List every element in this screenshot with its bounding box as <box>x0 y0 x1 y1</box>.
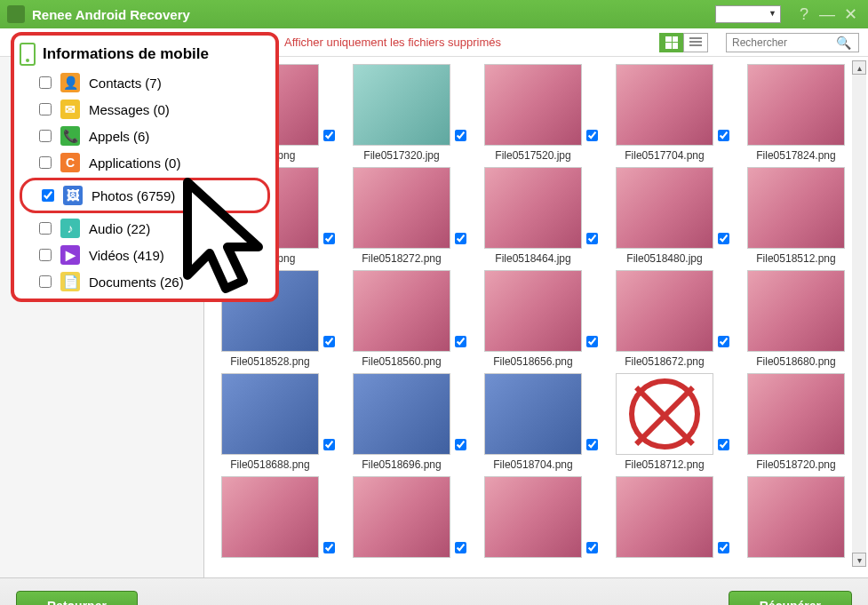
thumbnail-filename: File0518528.png <box>230 355 309 368</box>
thumbnail-cell[interactable]: File0518688.png <box>208 373 332 471</box>
audio-checkbox[interactable] <box>39 222 52 235</box>
apps-checkbox[interactable] <box>39 156 52 169</box>
thumbnail-checkbox[interactable] <box>323 336 335 347</box>
app-logo-icon <box>7 5 25 23</box>
thumbnail-checkbox[interactable] <box>586 130 598 141</box>
thumbnail-checkbox[interactable] <box>455 336 466 347</box>
sidebar-item-apps[interactable]: C Applications (0) <box>14 149 275 176</box>
thumbnail-checkbox[interactable] <box>718 542 729 553</box>
thumbnail-cell[interactable]: File0518704.png <box>471 373 595 471</box>
help-button[interactable]: ? <box>793 4 815 25</box>
thumbnail-cell[interactable]: File0518680.png <box>734 270 858 368</box>
thumbnail-cell[interactable]: File0517520.jpg <box>471 64 595 162</box>
thumbnail-image[interactable] <box>353 64 450 146</box>
thumbnail-checkbox[interactable] <box>718 130 729 141</box>
thumbnail-image[interactable] <box>616 64 713 146</box>
thumbnail-checkbox[interactable] <box>323 542 335 553</box>
thumbnail-cell[interactable]: File0518512.png <box>734 167 858 265</box>
thumbnail-image[interactable] <box>221 373 319 455</box>
thumbnail-image[interactable] <box>616 373 713 455</box>
thumbnail-checkbox[interactable] <box>718 336 729 347</box>
scroll-down-button[interactable]: ▾ <box>852 553 866 567</box>
thumbnail-cell[interactable]: File0517704.png <box>602 64 727 162</box>
thumbnail-image[interactable] <box>353 373 450 455</box>
language-select[interactable]: Français <box>715 5 781 23</box>
recover-button[interactable]: Récupérer <box>729 591 852 606</box>
phone-icon <box>20 43 36 66</box>
thumbnail-checkbox[interactable] <box>455 130 466 141</box>
thumbnail-image[interactable] <box>747 167 845 249</box>
thumbnail-image[interactable] <box>221 476 319 558</box>
thumbnail-cell[interactable]: File0518672.png <box>602 270 727 368</box>
photos-checkbox[interactable] <box>42 189 54 202</box>
thumbnail-cell[interactable]: File0517824.png <box>734 64 858 162</box>
thumbnail-image[interactable] <box>747 476 845 558</box>
thumbnail-checkbox[interactable] <box>718 233 729 244</box>
thumbnail-cell[interactable]: File0518272.png <box>339 167 464 265</box>
thumbnail-cell[interactable]: File0518656.png <box>471 270 595 368</box>
thumbnail-image[interactable] <box>616 167 713 249</box>
vertical-scrollbar[interactable]: ▴ ▾ <box>852 60 866 567</box>
thumbnail-cell[interactable]: File0518480.jpg <box>602 167 727 265</box>
thumbnail-image[interactable] <box>353 270 450 352</box>
thumbnail-checkbox[interactable] <box>455 542 466 553</box>
thumbnail-cell[interactable]: File0518720.png <box>734 373 858 471</box>
messages-checkbox[interactable] <box>39 103 52 115</box>
search-box[interactable]: 🔍 <box>726 33 859 52</box>
thumbnail-image[interactable] <box>616 270 713 352</box>
sidebar-item-label: Applications (0) <box>89 155 180 171</box>
thumbnail-filename: File0518656.png <box>493 355 572 368</box>
thumbnail-image[interactable] <box>353 167 450 249</box>
thumbnail-checkbox[interactable] <box>455 439 466 450</box>
close-button[interactable]: ✕ <box>840 4 861 25</box>
thumbnail-image[interactable] <box>484 476 582 558</box>
calls-checkbox[interactable] <box>39 130 52 142</box>
thumbnail-cell[interactable] <box>734 476 858 561</box>
thumbnail-checkbox[interactable] <box>586 439 598 450</box>
thumbnail-image[interactable] <box>484 373 582 455</box>
thumbnail-cell[interactable] <box>602 476 727 561</box>
thumbnail-checkbox[interactable] <box>455 233 466 244</box>
thumbnail-cell[interactable]: File0518696.png <box>339 373 464 471</box>
thumbnail-checkbox[interactable] <box>323 130 335 141</box>
thumbnail-cell[interactable] <box>339 476 464 561</box>
thumbnail-checkbox[interactable] <box>586 542 598 553</box>
thumbnail-cell[interactable]: File0518560.png <box>339 270 464 368</box>
back-button[interactable]: Retourner <box>16 591 138 606</box>
videos-checkbox[interactable] <box>39 249 52 261</box>
thumbnail-checkbox[interactable] <box>323 439 335 450</box>
thumbnail-image[interactable] <box>747 373 845 455</box>
deleted-only-label[interactable]: Afficher uniquement les fichiers supprim… <box>284 36 501 49</box>
minimize-button[interactable]: — <box>816 4 838 25</box>
thumbnail-cell[interactable]: File0518712.png <box>602 373 727 471</box>
sidebar-item-messages[interactable]: ✉ Messages (0) <box>14 96 275 123</box>
thumbnail-checkbox[interactable] <box>718 439 729 450</box>
search-icon[interactable]: 🔍 <box>833 36 853 50</box>
grid-view-button[interactable] <box>659 33 684 52</box>
thumbnail-checkbox[interactable] <box>323 233 335 244</box>
thumbnail-image[interactable] <box>484 64 582 146</box>
scroll-track[interactable] <box>852 75 866 553</box>
sidebar-item-contacts[interactable]: 👤 Contacts (7) <box>14 69 275 96</box>
thumbnail-image[interactable] <box>353 476 450 558</box>
thumbnail-cell[interactable]: File0518464.jpg <box>471 167 595 265</box>
scroll-up-button[interactable]: ▴ <box>852 60 866 75</box>
thumbnail-image[interactable] <box>747 64 845 146</box>
thumbnail-image[interactable] <box>747 270 845 352</box>
thumbnail-cell[interactable]: File0517320.jpg <box>339 64 464 162</box>
list-view-button[interactable] <box>683 33 708 52</box>
thumbnail-cell[interactable] <box>208 476 332 561</box>
thumbnail-image[interactable] <box>484 270 582 352</box>
thumbnail-filename: File0517520.jpg <box>495 149 570 162</box>
sidebar-item-label: Audio (22) <box>89 221 150 236</box>
thumbnail-checkbox[interactable] <box>586 336 598 347</box>
contacts-checkbox[interactable] <box>39 76 52 89</box>
search-input[interactable] <box>727 35 833 51</box>
thumbnail-cell[interactable] <box>471 476 595 561</box>
thumbnail-image[interactable] <box>616 476 713 558</box>
thumbnail-checkbox[interactable] <box>586 233 598 244</box>
contacts-icon: 👤 <box>60 73 80 92</box>
sidebar-item-calls[interactable]: 📞 Appels (6) <box>14 123 275 149</box>
documents-checkbox[interactable] <box>39 275 52 288</box>
thumbnail-image[interactable] <box>484 167 582 249</box>
